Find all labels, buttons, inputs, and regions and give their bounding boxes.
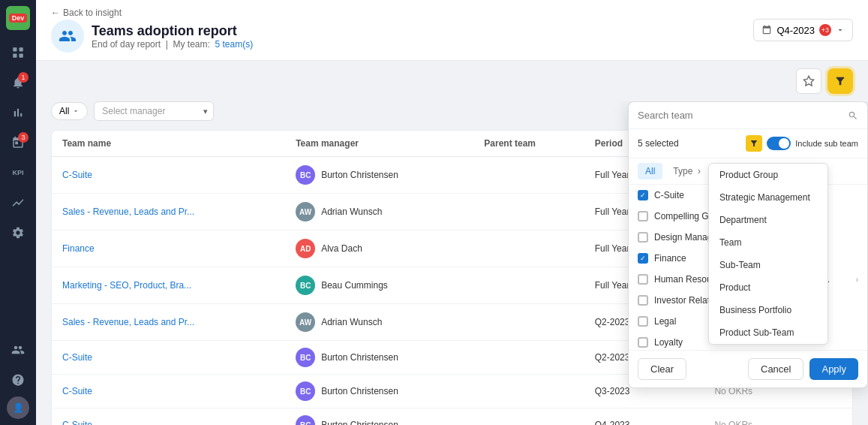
team-name-link[interactable]: C-Suite — [62, 386, 92, 396]
team-name-link[interactable]: Sales - Revenue, Leads and Pr... — [62, 206, 194, 217]
manager-avatar: BC — [296, 381, 315, 401]
cancel-button[interactable]: Cancel — [748, 358, 803, 380]
filter-icon — [834, 75, 846, 87]
team-name-link[interactable]: C-Suite — [62, 420, 92, 425]
team-checkbox[interactable] — [638, 316, 648, 327]
team-name-link[interactable]: C-Suite — [62, 352, 92, 363]
all-filter-chevron — [72, 107, 80, 115]
submenu-department[interactable]: Department — [709, 209, 827, 231]
app-logo: Dev — [6, 6, 30, 30]
apply-button[interactable]: Apply — [809, 358, 858, 380]
submenu-team[interactable]: Team — [709, 231, 827, 254]
date-value: Q4-2023 — [776, 25, 815, 36]
team-checkbox[interactable] — [638, 211, 648, 222]
sidebar-icon-calendar[interactable]: 3 — [5, 129, 32, 156]
filter-tab-all[interactable]: All — [638, 163, 662, 179]
submenu-product-sub-team[interactable]: Product Sub-Team — [709, 321, 827, 344]
manager-cell: BC Beau Cummings — [285, 267, 473, 304]
manager-name: Burton Christensen — [321, 386, 398, 396]
star-button[interactable] — [796, 68, 821, 94]
team-checkbox[interactable] — [638, 232, 648, 243]
team-name-link[interactable]: Sales - Revenue, Leads and Pr... — [62, 317, 194, 327]
manager-select[interactable]: Select manager — [94, 101, 214, 121]
sidebar-icon-settings[interactable] — [5, 219, 32, 246]
page-title-block: Teams adoption report End of day report … — [92, 23, 253, 50]
team-checkbox[interactable] — [638, 274, 648, 285]
back-link[interactable]: ← Back to insight Teams adoption report … — [51, 8, 253, 53]
filter-panel-footer: Clear Cancel Apply — [629, 350, 867, 387]
all-filter-pill[interactable]: All — [51, 102, 88, 120]
manager-name: Burton Christensen — [321, 420, 398, 425]
manager-cell: BC Burton Christensen — [285, 375, 473, 408]
parent-team-cell — [473, 375, 584, 408]
manager-cell: AD Alva Dach — [285, 231, 473, 267]
parent-team-cell — [473, 231, 584, 267]
filter-tab-type[interactable]: Type › Product Group Strategic Managemen… — [665, 163, 708, 179]
team-item-name: Finance — [654, 253, 686, 264]
clear-button[interactable]: Clear — [638, 358, 686, 380]
manager-avatar: BC — [296, 348, 315, 367]
calendar-badge: 3 — [18, 132, 29, 143]
date-chevron-icon — [836, 26, 845, 35]
manager-cell: BC Burton Christensen — [285, 157, 473, 194]
team-checkbox[interactable] — [638, 295, 648, 306]
topbar-left: ← Back to insight Teams adoption report … — [51, 8, 253, 53]
table-row: C-Suite BC Burton Christensen Q4-2023 No… — [52, 408, 852, 426]
period-cell: Q4-2023 — [584, 408, 704, 426]
team-checkbox[interactable] — [638, 337, 648, 348]
team-name-link[interactable]: C-Suite — [62, 170, 92, 180]
back-label: Back to insight — [63, 8, 122, 18]
filter-button[interactable] — [827, 68, 853, 94]
filter-icon-small — [746, 135, 762, 152]
team-link[interactable]: 5 team(s) — [215, 39, 254, 50]
manager-cell: BC Burton Christensen — [285, 408, 473, 426]
content-area: All Select manager Team name Team manage… — [36, 101, 868, 425]
sidebar-icon-people[interactable] — [5, 336, 32, 363]
page-title: Teams adoption report — [92, 23, 253, 39]
team-name-link[interactable]: Finance — [62, 243, 95, 254]
parent-team-cell — [473, 408, 584, 426]
search-icon — [848, 110, 858, 121]
col-team-name: Team name — [52, 131, 285, 157]
team-name-link[interactable]: Marketing - SEO, Product, Bra... — [62, 280, 191, 291]
sidebar-icon-graph[interactable] — [5, 189, 32, 216]
filter-panel-subheader: 5 selected Include sub team — [629, 129, 867, 158]
manager-avatar: AD — [296, 239, 315, 258]
team-name-cell: Finance — [52, 231, 285, 267]
svg-marker-4 — [803, 76, 813, 86]
subtitle-text: End of day report — [92, 39, 161, 50]
team-name-cell: Sales - Revenue, Leads and Pr... — [52, 194, 285, 231]
expand-arrow-icon: › — [856, 276, 858, 284]
svg-rect-2 — [13, 54, 17, 58]
sidebar-icon-help[interactable] — [5, 366, 32, 393]
search-team-input[interactable] — [638, 110, 842, 121]
manager-name: Beau Cummings — [321, 280, 388, 291]
footer-right: Cancel Apply — [748, 358, 858, 380]
no-okrs-label: No OKRs — [714, 420, 752, 425]
sidebar-icon-kpi[interactable]: KPI — [5, 159, 32, 186]
parent-team-cell — [473, 194, 584, 231]
manager-avatar: AW — [296, 202, 315, 222]
user-avatar[interactable]: 👤 — [7, 396, 29, 419]
dev-badge: Dev — [9, 14, 28, 23]
team-checkbox[interactable] — [638, 190, 648, 200]
star-icon — [803, 75, 815, 87]
progress-cell: No OKRs — [704, 408, 852, 426]
team-checkbox[interactable] — [638, 253, 648, 264]
svg-rect-3 — [20, 54, 23, 58]
date-selector[interactable]: Q4-2023 +3 — [753, 19, 853, 41]
page-subtitle: End of day report | My team: 5 team(s) — [92, 39, 253, 50]
back-link-text[interactable]: ← Back to insight — [51, 8, 253, 18]
submenu-business-portfolio[interactable]: Business Portfolio — [709, 299, 827, 321]
submenu-product[interactable]: Product — [709, 276, 827, 299]
filter-panel-search-header — [629, 102, 867, 129]
submenu-sub-team[interactable]: Sub-Team — [709, 254, 827, 276]
type-submenu: Product Group Strategic Management Depar… — [708, 163, 828, 345]
sidebar-icon-chart[interactable] — [5, 99, 32, 126]
submenu-product-group[interactable]: Product Group — [709, 164, 827, 186]
include-sub-toggle[interactable] — [767, 137, 791, 150]
sidebar-icon-bell[interactable]: 1 — [5, 69, 32, 96]
sidebar-icon-grid[interactable] — [5, 39, 32, 66]
submenu-strategic-management[interactable]: Strategic Management — [709, 186, 827, 209]
filter-tabs: All Type › Product Group Strategic Manag… — [629, 158, 867, 185]
